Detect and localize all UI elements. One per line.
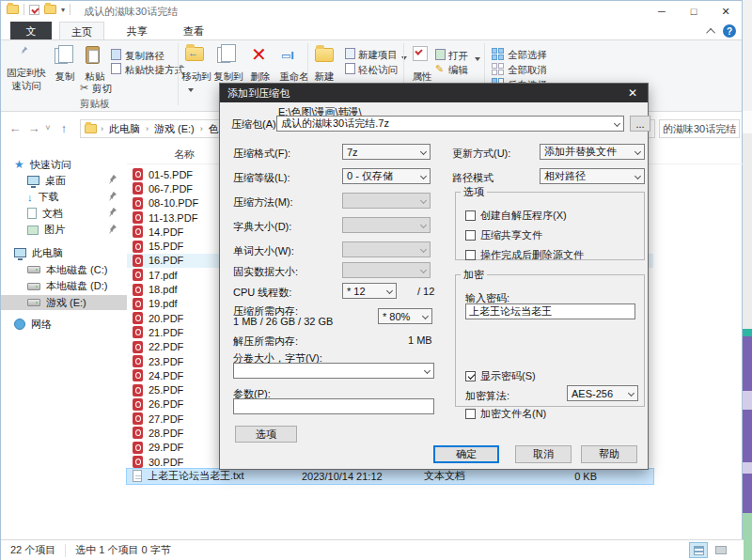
recent-locations-icon[interactable]: ˅ [42,119,54,136]
sidebar-item-drive-0[interactable]: 本地磁盘 (C:) [1,262,127,277]
chevron-down-icon[interactable] [614,120,620,127]
sidebar-item-3[interactable]: 图片 [1,223,127,238]
copy-path-button[interactable]: 复制路径 [125,50,164,63]
archive-name-combo[interactable]: 成认的滋味30话完结.7z [276,116,624,132]
forward-icon[interactable]: → [25,119,42,136]
tab-file[interactable]: 文件 [10,22,52,39]
cpu-threads-combo[interactable]: * 12 [342,283,397,299]
select-none-button[interactable]: 全部取消 [508,64,547,77]
collapse-ribbon-icon[interactable] [706,27,715,37]
qat-new-folder-icon[interactable] [44,5,56,14]
paste-icon [86,46,100,64]
sidebar-item-drive-2[interactable]: 游戏 (E:) [1,295,127,310]
close-button[interactable]: ✕ [710,1,742,22]
ok-button[interactable]: 确定 [433,445,499,463]
help-icon[interactable]: ? [723,24,736,38]
pdf-file-icon [133,427,143,439]
copy-to-icon [217,47,230,63]
pdf-file-icon [133,312,143,324]
star-icon: ★ [14,158,24,171]
qat-customize-icon[interactable]: ▾ [61,6,65,14]
tab-share[interactable]: 共享 [116,22,159,39]
memory-combo[interactable]: * 80% [378,308,432,324]
new-item-button[interactable]: 新建项目 [358,49,398,62]
minimize-button[interactable]: ─ [646,1,678,22]
format-combo[interactable]: 7z [342,144,431,160]
encryption-method-label: 加密算法: [465,389,509,403]
option-checkbox-1[interactable]: 压缩共享文件 [465,228,542,242]
cancel-button[interactable]: 取消 [515,445,572,463]
option-checkbox-2[interactable]: 操作完成后删除源文件 [465,248,584,262]
path-mode-label: 路径模式 [452,171,494,185]
large-icons-view-icon[interactable] [712,542,730,558]
breadcrumb-this-pc[interactable]: 此电脑 [107,122,142,136]
sidebar-item-this-pc[interactable]: 此电脑 [1,245,127,260]
checkbox-icon [465,230,476,241]
edit-button[interactable]: 编辑 [448,64,468,77]
app-folder-icon [7,5,19,14]
path-mode-combo[interactable]: 相对路径 [540,168,645,184]
breadcrumb-drive[interactable]: 游戏 (E:) [152,122,196,136]
text-file-icon [133,470,142,482]
sidebar-item-drive-1[interactable]: 本地磁盘 (D:) [1,279,127,294]
password-input[interactable] [465,303,635,319]
up-icon[interactable]: ↑ [55,119,72,136]
option-checkbox-0[interactable]: 创建自解压程序(X) [465,209,567,223]
select-all-button[interactable]: 全部选择 [508,49,547,62]
method-combo [342,193,431,209]
level-label: 压缩等级(L): [233,171,290,185]
pdf-file-icon [133,369,143,381]
cut-icon: ✂ [80,82,88,94]
back-icon[interactable]: ← [7,119,24,136]
cut-button[interactable]: 剪切 [92,83,112,96]
encryption-method-combo[interactable]: AES-256 [567,385,638,401]
copy-path-icon [111,49,121,62]
sidebar-item-2[interactable]: 文档 [1,206,127,221]
qat-properties-icon[interactable] [29,5,39,15]
memory-detail: 1 MB / 26 GB / 32 GB [233,316,333,327]
dialog-title-bar[interactable]: 添加到压缩包 [220,84,648,102]
options-button[interactable]: 选项 [235,426,297,443]
volume-size-combo[interactable] [233,363,434,379]
search-input[interactable]: 的滋味30话完结 中... [659,119,740,138]
browse-button[interactable]: ... [630,116,650,132]
dialog-close-icon[interactable]: ✕ [618,84,648,102]
open-icon [435,49,446,62]
properties-button[interactable]: 属性 [405,70,439,84]
tab-home[interactable]: 主页 [59,22,104,39]
solid-block-label: 固实数据大小: [233,265,298,279]
column-header-name[interactable]: 名称 [174,148,195,162]
clipboard-group-label: 剪贴板 [80,98,110,111]
sidebar-item-1[interactable]: ↓下载 [1,190,127,205]
easy-access-icon [345,63,355,76]
details-view-icon[interactable] [689,542,708,558]
pdf-file-icon [133,326,143,338]
pin-icon [108,225,118,236]
encrypt-filenames-checkbox[interactable]: 加密文件名(N) [465,407,546,421]
sidebar-item-0[interactable]: 桌面 [1,173,127,188]
pdf-file-icon [133,384,143,397]
pdf-file-icon [133,197,143,210]
new-folder-button[interactable]: 新建 [307,70,341,84]
dictionary-label: 字典大小(D): [233,220,291,234]
help-button[interactable]: 帮助 [581,445,637,463]
update-mode-combo[interactable]: 添加并替换文件 [540,144,645,160]
drive-icon [27,299,40,306]
location-folder-icon [85,124,97,133]
show-password-checkbox[interactable]: 显示密码(S) [465,369,536,383]
checkbox-icon [465,210,476,221]
tab-view[interactable]: 查看 [172,22,215,39]
pdf-file-icon [133,211,143,224]
list-item-selected[interactable]: 上老王论坛当老王.txt2023/10/14 21:12文本文档0 KB [127,469,653,483]
pin-quick-access-button[interactable]: 固定到快速访问 [3,67,50,93]
easy-access-button[interactable]: 轻松访问 [358,64,398,77]
sidebar-item-network[interactable]: 网络 [1,317,127,332]
pdf-file-icon [133,168,143,180]
pictures-icon [27,226,39,235]
paste-shortcut-button[interactable]: 粘贴快捷方式 [125,64,184,77]
open-button[interactable]: 打开 [448,50,468,63]
maximize-button[interactable]: □ [678,1,710,22]
level-combo[interactable]: 0 - 仅存储 [342,168,431,184]
parameters-input[interactable] [233,398,434,414]
sidebar-item-quick-access[interactable]: ★快速访问 [1,157,127,172]
